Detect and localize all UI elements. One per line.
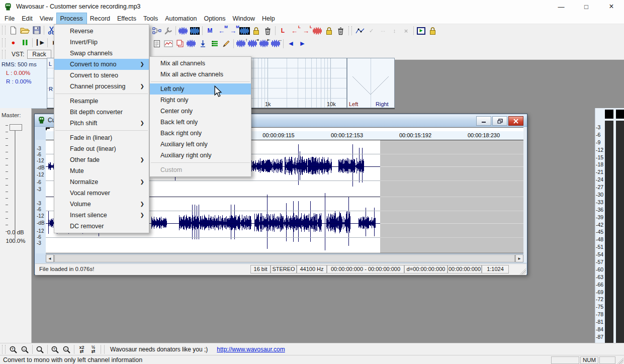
open-file-icon[interactable]: [19, 25, 31, 36]
play-vst-icon[interactable]: ▶: [415, 26, 427, 36]
editor-close-button[interactable]: [508, 116, 523, 126]
resize-grip[interactable]: [519, 268, 526, 275]
submenu-item-back-left-only[interactable]: Back left only: [150, 117, 251, 128]
zoom-right-icon[interactable]: ↔: [270, 38, 282, 49]
submenu-item-back-right-only[interactable]: Back right only: [150, 128, 251, 139]
zoom-out-icon[interactable]: −: [19, 344, 31, 355]
menu-edit[interactable]: Edit: [18, 13, 36, 24]
menu-item-convert-to-mono[interactable]: Convert to mono❯: [54, 59, 149, 70]
menu-item-channel-processing[interactable]: Channel processing❯: [54, 81, 149, 92]
editor-minimize-button[interactable]: [476, 116, 491, 126]
menu-view[interactable]: View: [36, 13, 57, 24]
menu-item-vocal-remover[interactable]: Vocal remover: [54, 188, 149, 199]
menu-effects[interactable]: Effects: [114, 13, 140, 24]
minimize-button[interactable]: —: [549, 0, 574, 13]
go-next-icon[interactable]: ▶: [297, 38, 308, 49]
zoom-x2-icon[interactable]: x2⇄: [76, 344, 87, 355]
menu-item-normalize[interactable]: Normalize❯: [54, 176, 149, 188]
menu-item-convert-to-stereo[interactable]: Convert to stereo: [54, 70, 149, 81]
menu-item-fade-in-linear[interactable]: Fade in (linear): [54, 132, 149, 143]
scroll-left-icon[interactable]: ◄: [46, 254, 54, 262]
zoom-selection-icon[interactable]: _: [34, 344, 46, 355]
menu-options[interactable]: Options: [200, 13, 229, 24]
document-copy-icon[interactable]: [151, 38, 162, 49]
loop-l-icon[interactable]: L: [277, 26, 289, 36]
envelope-icon[interactable]: [354, 26, 366, 36]
editor-restore-button[interactable]: [492, 116, 507, 126]
zoom-left-icon[interactable]: ⇤: [258, 38, 270, 49]
menu-item-pitch-shift[interactable]: Pitch shift❯: [54, 118, 149, 129]
loop-l-next-icon[interactable]: →L: [300, 26, 312, 36]
marker-view-icon[interactable]: [239, 26, 250, 36]
new-file-icon[interactable]: [8, 25, 19, 36]
play-cursor-icon[interactable]: ▎▶: [34, 37, 46, 48]
submenu-item-mix-all-active-channels[interactable]: Mix all active channels: [150, 69, 251, 80]
horizontal-scrollbar[interactable]: ◄ ►: [46, 254, 523, 262]
submenu-item-center-only[interactable]: Center only: [150, 106, 251, 117]
routing-icon[interactable]: [151, 26, 162, 36]
wrench-icon[interactable]: [162, 26, 174, 36]
waveform-selected-icon[interactable]: [189, 26, 201, 36]
wavosaur-link[interactable]: http://www.wavosaur.com: [217, 346, 285, 353]
menu-process[interactable]: Process: [57, 13, 86, 24]
paste-down-icon[interactable]: [197, 38, 209, 49]
fit-vertical-icon[interactable]: ↕: [235, 38, 247, 49]
lock-loop-icon[interactable]: [323, 26, 335, 36]
delete-loop-icon[interactable]: [335, 26, 346, 36]
menu-item-volume[interactable]: Volume❯: [54, 199, 149, 210]
statistics-icon[interactable]: [162, 38, 174, 49]
duplicate-icon[interactable]: [174, 38, 186, 49]
submenu-item-left-only[interactable]: Left only: [150, 83, 251, 95]
toolbar-grip[interactable]: [2, 50, 6, 59]
menu-automation[interactable]: Automation: [161, 13, 200, 24]
app-resize-grip[interactable]: [617, 357, 623, 364]
marker-m-prev-icon[interactable]: ←M: [216, 26, 227, 36]
close-button[interactable]: ×: [599, 0, 624, 13]
menu-item-reverse[interactable]: Reverse: [54, 26, 149, 37]
menu-help[interactable]: Help: [258, 13, 279, 24]
waveform-icon[interactable]: [177, 26, 189, 36]
loop-l-prev-icon[interactable]: ←L: [289, 26, 300, 36]
menu-item-insert-silence[interactable]: Insert silence❯: [54, 210, 149, 221]
menu-file[interactable]: File: [1, 13, 18, 24]
marker-m-next-icon[interactable]: →M: [227, 26, 239, 36]
submenu-item-auxiliary-left-only[interactable]: Auxiliary left only: [150, 139, 251, 150]
clip-indicator-left[interactable]: [605, 110, 613, 119]
menu-item-dc-remover[interactable]: DC remover: [54, 221, 149, 232]
lock-markers-icon[interactable]: [250, 26, 262, 36]
zoom-half-icon[interactable]: ½⇄: [87, 344, 99, 355]
toolbar-grip[interactable]: [348, 26, 352, 35]
playlist-icon[interactable]: [209, 38, 220, 49]
menu-record[interactable]: Record: [86, 13, 114, 24]
save-file-icon[interactable]: [31, 25, 42, 36]
vst-rack-button[interactable]: Rack: [27, 50, 51, 59]
pencil-icon[interactable]: [220, 38, 232, 49]
zoom-in-icon[interactable]: +: [8, 344, 19, 355]
pause-icon[interactable]: [19, 37, 31, 48]
zoom-vertical-in-icon[interactable]: +: [49, 344, 61, 355]
master-slider-track[interactable]: [15, 124, 16, 239]
zoom-vertical-out-icon[interactable]: −: [61, 344, 72, 355]
scroll-right-icon[interactable]: ►: [515, 254, 523, 262]
toolbar-grip[interactable]: [2, 345, 6, 354]
menu-item-invert-flip[interactable]: Invert/Flip: [54, 37, 149, 48]
menu-item-other-fade[interactable]: Other fade❯: [54, 154, 149, 165]
menu-item-resample[interactable]: Resample: [54, 96, 149, 107]
maximize-button[interactable]: □: [574, 0, 599, 13]
toolbar-grip[interactable]: [2, 26, 6, 35]
toolbar-grip[interactable]: [2, 38, 6, 47]
clip-indicator-right[interactable]: [616, 110, 624, 119]
record-icon[interactable]: ●: [8, 37, 19, 48]
submenu-item-right-only[interactable]: Right only: [150, 95, 251, 106]
zoom-selection-waveform-icon[interactable]: ⇥: [247, 38, 258, 49]
marker-m-icon[interactable]: M: [204, 26, 216, 36]
menu-item-swap-channels[interactable]: Swap channels: [54, 48, 149, 59]
waveform-zoom-icon[interactable]: [186, 38, 197, 49]
loop-waveform-icon[interactable]: [312, 26, 323, 36]
master-slider-thumb[interactable]: [10, 124, 22, 131]
menu-item-bit-depth-converter[interactable]: Bit depth converter: [54, 107, 149, 118]
delete-markers-icon[interactable]: [262, 26, 274, 36]
go-previous-icon[interactable]: ◀: [285, 38, 297, 49]
scrollbar-thumb[interactable]: [54, 254, 515, 262]
submenu-item-auxiliary-right-only[interactable]: Auxiliary right only: [150, 150, 251, 161]
